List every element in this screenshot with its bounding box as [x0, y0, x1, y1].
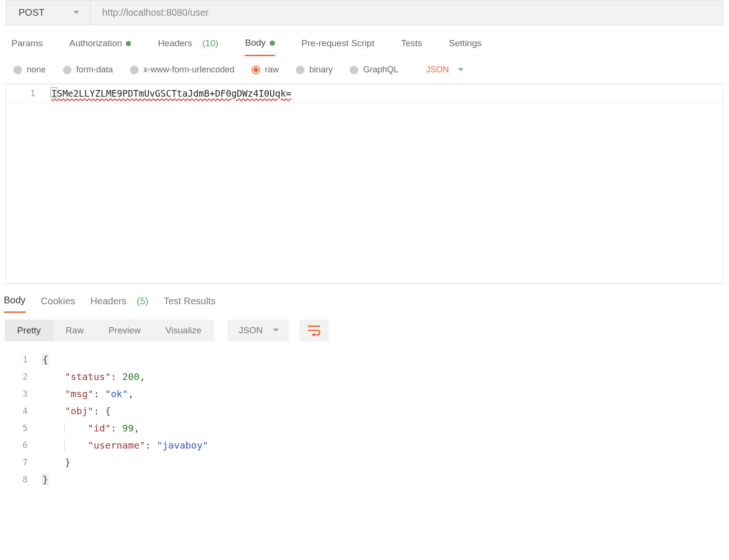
resp-headers-count: (5) — [137, 296, 148, 307]
tab-settings[interactable]: Settings — [449, 38, 482, 56]
radio-raw[interactable]: raw — [252, 65, 279, 75]
radio-xwww[interactable]: x-www-form-urlencoded — [130, 65, 234, 75]
view-tabs: Pretty Raw Preview Visualize — [5, 320, 214, 341]
chevron-down-icon — [73, 10, 80, 15]
request-body-line[interactable]: ISMe2LLYZLME9PDTmUvGSCTtaJdmB+DF0gDWz4I0… — [51, 84, 291, 102]
tab-body[interactable]: Body — [245, 38, 274, 56]
resp-tab-headers[interactable]: Headers (5) — [91, 295, 149, 313]
wrap-lines-button[interactable] — [299, 320, 329, 341]
tab-headers[interactable]: Headers (10) — [158, 38, 218, 56]
tab-authorization[interactable]: Authorization — [69, 38, 131, 56]
chevron-down-icon — [457, 68, 464, 72]
tab-params[interactable]: Params — [11, 38, 42, 56]
wrap-icon — [307, 324, 321, 337]
request-tabs: Params Authorization Headers (10) Body P… — [0, 25, 729, 56]
headers-count: (10) — [202, 38, 218, 49]
view-tab-raw[interactable]: Raw — [53, 320, 96, 341]
status-dot-icon — [126, 41, 131, 46]
body-lang-label: JSON — [426, 65, 449, 75]
method-select[interactable]: POST — [6, 0, 91, 25]
radio-binary[interactable]: binary — [296, 65, 333, 75]
text-cursor-icon — [51, 87, 57, 98]
view-tab-preview[interactable]: Preview — [96, 320, 153, 341]
resp-line: 8 } — [0, 471, 729, 488]
resp-line: 3 "msg": "ok", — [0, 385, 729, 402]
response-toolbar: Pretty Raw Preview Visualize JSON — [0, 313, 729, 348]
body-type-row: none form-data x-www-form-urlencoded raw… — [0, 56, 729, 84]
response-body[interactable]: 1 { 2 "status": 200, 3 "msg": "ok", 4 "o… — [0, 348, 729, 491]
resp-line: 2 "status": 200, — [0, 368, 729, 385]
resp-tab-body[interactable]: Body — [4, 295, 26, 313]
view-tab-visualize[interactable]: Visualize — [153, 320, 214, 341]
response-lang-label: JSON — [239, 325, 263, 336]
tab-tests[interactable]: Tests — [401, 38, 422, 56]
line-number: 1 — [6, 84, 51, 102]
radio-none[interactable]: none — [13, 65, 46, 75]
resp-line: 4 "obj": { — [0, 402, 729, 420]
url-input[interactable] — [91, 0, 723, 25]
radio-graphql[interactable]: GraphQL — [350, 65, 398, 75]
response-tabs: Body Cookies Headers (5) Test Results — [0, 284, 729, 313]
radio-formdata[interactable]: form-data — [63, 65, 113, 75]
request-body-content: ISMe2LLYZLME9PDTmUvGSCTtaJdmB+DF0gDWz4I0… — [51, 88, 291, 99]
status-dot-icon — [270, 40, 275, 46]
response-lang-select[interactable]: JSON — [227, 320, 289, 341]
request-bar: POST — [6, 0, 723, 25]
resp-tab-cookies[interactable]: Cookies — [41, 295, 75, 313]
tab-prerequest[interactable]: Pre-request Script — [302, 38, 375, 56]
request-body-editor[interactable]: 1 ISMe2LLYZLME9PDTmUvGSCTtaJdmB+DF0gDWz4… — [6, 84, 723, 284]
resp-tab-testresults[interactable]: Test Results — [163, 295, 215, 313]
method-label: POST — [19, 7, 44, 18]
body-lang-select[interactable]: JSON — [426, 65, 464, 75]
resp-line: 5 "id": 99, — [0, 420, 729, 437]
chevron-down-icon — [273, 328, 279, 333]
resp-line: 1 { — [0, 351, 729, 368]
resp-line: 6 "username": "javaboy" — [0, 437, 729, 454]
resp-line: 7 } — [0, 454, 729, 471]
view-tab-pretty[interactable]: Pretty — [5, 320, 53, 341]
